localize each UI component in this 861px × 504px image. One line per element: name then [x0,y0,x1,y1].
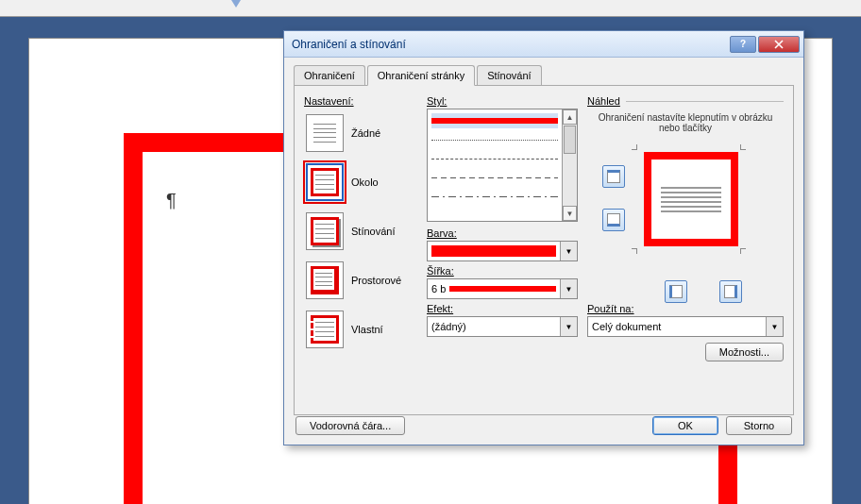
tab-page-borders[interactable]: Ohraničení stránky [367,65,475,86]
dialog-button-row: OK Storno [652,416,792,435]
scroll-thumb[interactable] [564,126,576,154]
setting-3d-label: Prostorové [351,275,401,286]
scroll-track[interactable] [563,155,577,206]
borders-shading-dialog: Ohraničení a stínování ? Ohraničení Ohra… [283,30,804,445]
color-swatch-icon [431,245,556,257]
custom-border-icon [306,311,344,348]
close-icon [774,40,784,49]
style-dashdot[interactable] [431,189,558,204]
edge-bottom-icon [607,213,620,227]
setting-none-label: Žádné [351,127,380,139]
tab-shading[interactable]: Stínování [477,65,541,85]
help-button[interactable]: ? [730,36,756,53]
dropdown-arrow-icon: ▼ [560,242,577,260]
tab-strip: Ohraničení Ohraničení stránky Stínování [284,58,803,85]
setting-none[interactable]: Žádné [304,112,417,154]
setting-custom[interactable]: Vlastní [304,309,417,350]
horizontal-line-button[interactable]: Vodorovná čára... [295,416,405,435]
ok-button[interactable]: OK [652,416,718,435]
dialog-title: Ohraničení a stínování [292,38,728,51]
setting-shadow-label: Stínování [351,226,395,237]
options-button[interactable]: Možnosti... [705,343,784,361]
edge-left-button[interactable] [665,280,687,303]
preview-label: Náhled [587,95,620,107]
setting-custom-label: Vlastní [351,324,383,335]
setting-shadow[interactable]: Stínování [304,210,417,252]
box-border-icon [306,163,344,201]
apply-to-label: Použít na: [587,303,784,314]
style-label: Styl: [427,95,578,107]
effect-label: Efekt: [427,303,578,314]
corner-mark-icon [740,144,746,150]
edge-top-icon [607,170,620,183]
preview-page[interactable] [644,152,738,246]
setting-3d[interactable]: Prostorové [304,260,417,301]
color-combobox[interactable]: ▼ [427,241,578,261]
apply-to-combobox[interactable]: Celý dokument ▼ [587,316,784,337]
none-border-icon [306,114,344,152]
corner-mark-icon [636,144,642,150]
edge-bottom-button[interactable] [602,209,625,231]
style-listbox[interactable]: ▲ ▼ [427,109,578,222]
edge-top-button[interactable] [602,165,625,188]
color-label: Barva: [427,227,578,239]
tab-panel: Nastavení: Žádné Okolo Stínování Prostor… [294,85,794,415]
style-dotted[interactable] [431,132,558,147]
tab-borders[interactable]: Ohraničení [294,65,365,85]
dropdown-arrow-icon: ▼ [766,317,783,336]
style-column: Styl: ▲ ▼ Barva: ▼ [427,95,578,405]
paragraph-mark-icon: ¶ [166,190,177,211]
edge-left-icon [669,285,683,298]
horizontal-ruler [0,0,861,17]
indent-marker-icon[interactable] [231,0,241,8]
preview-column: Náhled Ohraničení nastavíte klepnutím v … [587,95,784,405]
shadow-border-icon [306,212,344,250]
effect-combobox[interactable]: (žádný) ▼ [427,316,578,337]
style-scrollbar[interactable]: ▲ ▼ [562,109,577,221]
setting-box-label: Okolo [351,176,379,188]
corner-mark-icon [740,248,746,254]
apply-to-value: Celý dokument [592,321,661,332]
width-sample-icon [449,286,556,292]
threeD-border-icon [306,261,344,299]
preview-hint: Ohraničení nastavíte klepnutím v obrázku… [587,112,784,133]
preview-body [587,143,784,303]
edge-right-icon [724,285,737,298]
divider [626,101,784,102]
style-items [428,109,562,221]
settings-label: Nastavení: [304,95,417,107]
width-label: Šířka: [427,265,578,277]
scroll-down-icon[interactable]: ▼ [563,206,577,221]
effect-value: (žádný) [431,321,466,332]
scroll-up-icon[interactable]: ▲ [563,109,577,125]
dropdown-arrow-icon: ▼ [560,279,577,298]
edge-right-button[interactable] [719,280,742,303]
dropdown-arrow-icon: ▼ [560,317,577,336]
corner-mark-icon [636,248,642,254]
close-button[interactable] [758,36,800,53]
dialog-titlebar[interactable]: Ohraničení a stínování ? [284,31,803,58]
width-value: 6 b [431,283,446,294]
settings-column: Nastavení: Žádné Okolo Stínování Prostor… [304,95,417,405]
style-dashed-med[interactable] [431,170,558,185]
setting-box[interactable]: Okolo [304,161,417,203]
style-solid[interactable] [431,113,558,128]
style-dashed-small[interactable] [431,151,558,166]
width-combobox[interactable]: 6 b ▼ [427,278,578,299]
cancel-button[interactable]: Storno [726,416,792,435]
